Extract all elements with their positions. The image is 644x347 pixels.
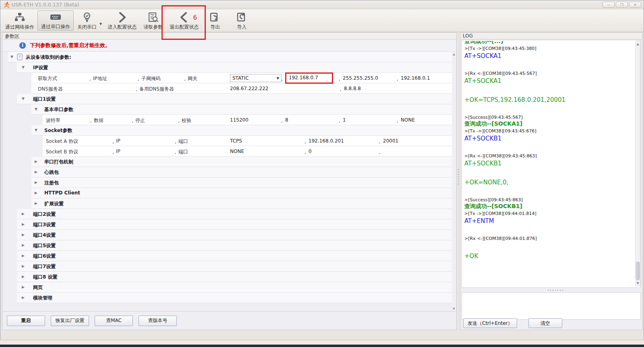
toolbar-button-label: 通过串口操作 xyxy=(41,23,70,30)
tree-group-端口1设置[interactable]: ▼端口1设置 xyxy=(17,94,452,104)
tree-group-网页[interactable]: ▶网页 xyxy=(17,282,452,293)
field-label: 校验 xyxy=(182,117,191,124)
tree-group-Socket参数[interactable]: ▼Socket参数 xyxy=(31,125,452,136)
separator: , xyxy=(304,139,306,145)
log-line: AT+SOCKA1 xyxy=(464,77,638,85)
tree-group-label: IP设置 xyxy=(33,64,48,71)
log-buttons: 发送（Ctrl+Enter） 清空 xyxy=(462,318,562,328)
footer-button-重启[interactable]: 重启 xyxy=(7,316,45,326)
footer-button-查MAC[interactable]: 查MAC xyxy=(95,316,133,326)
taskbar-edge xyxy=(0,345,644,347)
toolbar-button-export[interactable]: 导出 xyxy=(202,10,228,31)
field-label: 备用DNS服务器 xyxy=(139,86,174,93)
panel-splitter[interactable] xyxy=(457,32,460,330)
tree-group-串口打包机制[interactable]: ▶串口打包机制 xyxy=(31,157,452,167)
separator: , xyxy=(89,76,91,82)
log-scroll-up-icon[interactable]: ▲ xyxy=(636,41,640,47)
separator: , xyxy=(281,76,283,82)
tree-group-端口6设置[interactable]: ▶端口6设置 xyxy=(17,251,452,261)
field-label: 子网掩码 xyxy=(141,75,161,82)
tree-group-端口4设置[interactable]: ▶端口4设置 xyxy=(17,230,452,240)
log-spacer xyxy=(464,225,638,235)
field-value[interactable]: 8 xyxy=(285,117,288,123)
toolbar-button-serial-op[interactable]: 通过串口操作 xyxy=(37,10,74,31)
obtain-mode-dropdown[interactable]: STATIC▼ xyxy=(230,74,282,82)
field-value[interactable]: 192.168.0.1 xyxy=(401,75,430,81)
close-button[interactable]: ✕ xyxy=(629,2,641,8)
tree-group-心跳包[interactable]: ▶心跳包 xyxy=(31,167,452,178)
tree-group-label: 心跳包 xyxy=(44,169,59,176)
minimize-button[interactable]: — xyxy=(603,2,615,8)
field-label: Socket B 协议 xyxy=(46,149,78,155)
field-value[interactable]: 208.67.222.222 xyxy=(230,86,268,91)
log-output[interactable]: 查询成功--[...]>[Tx ->][COM38][09:43:45:380]… xyxy=(462,40,641,288)
field-value[interactable]: 115200 xyxy=(230,117,248,123)
separator: , xyxy=(304,149,306,155)
log-line: >[Tx ->][COM38][09:43:45:380] xyxy=(464,46,638,51)
tree-group-端口2设置[interactable]: ▶端口2设置 xyxy=(17,209,452,219)
tree-field-row: 波特率,数据,停止,校验115200,8,1,NONE xyxy=(43,115,452,125)
toolbar-button-net-op[interactable]: 通过网络操作 xyxy=(2,10,37,31)
expand-arrow-icon: ▶ xyxy=(35,159,37,163)
field-value-highlighted[interactable]: 192.168.0.7 xyxy=(285,72,333,84)
title-bar: USR-ETH V1.0.0.137 (Beta) —❐✕ xyxy=(0,0,644,9)
log-line: +OK xyxy=(464,252,638,260)
separator: , xyxy=(340,87,342,92)
expand-arrow-icon: ▶ xyxy=(35,170,37,174)
toolbar-button-close-serial[interactable]: 关闭串口 xyxy=(74,10,100,31)
separator: , xyxy=(379,139,381,145)
restore-button[interactable]: ❐ xyxy=(616,2,628,8)
tree-group-label: 基本串口参数 xyxy=(44,106,73,113)
tree-group-注册包[interactable]: ▶注册包 xyxy=(31,178,452,188)
field-label: IP地址 xyxy=(93,75,107,82)
field-value[interactable]: NONE xyxy=(230,149,244,154)
expand-arrow-icon: ▶ xyxy=(22,264,25,268)
tree-group-端口5设置[interactable]: ▶端口5设置 xyxy=(17,240,452,251)
tree-group-端口7设置[interactable]: ▶端口7设置 xyxy=(17,261,452,272)
log-spacer xyxy=(464,167,638,178)
footer-button-恢复出厂设置[interactable]: 恢复出厂设置 xyxy=(51,316,89,326)
command-input[interactable] xyxy=(462,292,641,320)
field-value[interactable]: TCPS xyxy=(230,138,242,144)
tree-group-端口3设置[interactable]: ▶端口3设置 xyxy=(17,219,452,230)
separator: , xyxy=(339,118,340,124)
splitter-grip-icon xyxy=(548,290,564,291)
field-value[interactable]: 192.168.0.201 xyxy=(309,138,344,144)
scroll-down-icon[interactable]: ▼ xyxy=(452,306,456,311)
scroll-up-icon[interactable]: ▲ xyxy=(452,52,456,57)
collapse-arrow-icon: ▼ xyxy=(35,128,37,132)
log-scroll-down-icon[interactable]: ▼ xyxy=(636,280,640,286)
toolbar-button-enter-config[interactable]: 进入配置状态 xyxy=(104,10,140,31)
field-label: Socket A 协议 xyxy=(46,138,78,145)
field-value[interactable]: 20001 xyxy=(383,138,398,144)
log-line: +OK=TCPS,192.168.0.201,20001 xyxy=(464,96,638,103)
tree-group-从设备读取到的参数[interactable]: ▼从设备读取到的参数: xyxy=(8,52,452,62)
footer-button-查版本号[interactable]: 查版本号 xyxy=(139,316,177,326)
parameter-scrollbar[interactable]: ▲ ▼ xyxy=(452,52,456,311)
tree-group-扩展设置[interactable]: ▶扩展设置 xyxy=(31,198,452,209)
field-value[interactable]: 1 xyxy=(343,117,346,123)
tree-group-IP设置[interactable]: ▼IP设置 xyxy=(17,62,452,73)
send-button[interactable]: 发送（Ctrl+Enter） xyxy=(463,318,517,328)
tree-group-label: 注册包 xyxy=(44,180,59,186)
toolbar-button-label: 读取参数 xyxy=(143,24,163,31)
field-label: 数据 xyxy=(94,117,104,124)
expand-arrow-icon: ▶ xyxy=(22,295,25,299)
tree-group-基本串口参数[interactable]: ▼基本串口参数 xyxy=(31,104,452,115)
field-value[interactable]: 0 xyxy=(309,149,312,154)
clear-button[interactable]: 清空 xyxy=(528,318,562,328)
log-scrollbar[interactable]: ▲ ▼ xyxy=(635,41,640,286)
toolbar-button-read-params[interactable]: 读取参数 xyxy=(140,10,166,31)
field-value[interactable]: 8.8.8.8 xyxy=(344,86,361,91)
field-value[interactable]: NONE xyxy=(401,117,415,123)
log-scroll-thumb[interactable] xyxy=(636,262,640,280)
chevron-right-icon xyxy=(117,11,127,23)
toolbar-button-import[interactable]: 导入 xyxy=(228,10,255,31)
toolbar-button-exit-config[interactable]: 6退出配置状态 xyxy=(166,10,202,31)
import-icon xyxy=(236,11,247,23)
field-value[interactable]: 255.255.255.0 xyxy=(343,75,378,81)
tree-group-端口8设置[interactable]: ▶端口8 设置 xyxy=(17,272,452,282)
log-input-splitter[interactable] xyxy=(462,289,641,292)
tree-group-HTTPDClient[interactable]: ▶HTTPD Client xyxy=(31,188,452,198)
tree-group-模块管理[interactable]: ▶模块管理 xyxy=(17,293,452,303)
